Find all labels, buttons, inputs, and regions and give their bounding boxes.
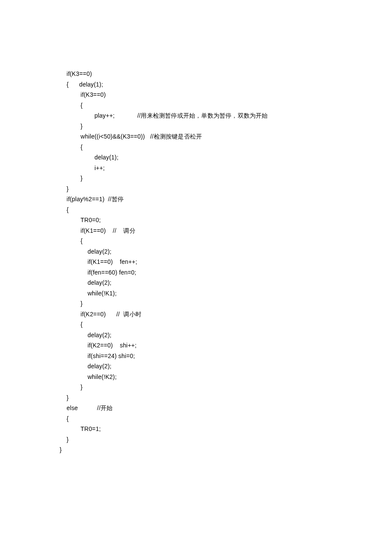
code-page: if(K3==0) { delay(1); if(K3==0) { play++… — [0, 0, 392, 465]
code-block: if(K3==0) { delay(1); if(K3==0) { play++… — [60, 69, 366, 455]
